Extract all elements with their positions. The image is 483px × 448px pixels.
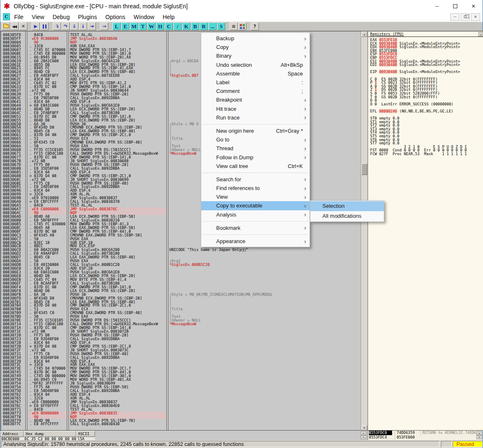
disasm-row[interactable]: 008306FB. 6A 30PUSH 30┌Style = MB_OK|MB_… bbox=[1, 293, 361, 297]
disassembly-scrollbar[interactable]: ▲ ▼ bbox=[361, 32, 367, 431]
log-view-button[interactable]: L bbox=[112, 22, 121, 30]
dump-header-hex[interactable]: Hex dump bbox=[24, 431, 76, 437]
disasm-row[interactable]: 0083070E. FF35 CC5C0105PUSH DWORD PTR DS… bbox=[1, 319, 361, 322]
disasm-row[interactable]: 00830767.vE9 CB000000JMP SiglusEn.008308… bbox=[1, 400, 361, 404]
disasm-row[interactable]: 00830709. 0F4345 C0CMOVNB EAX,DWORD PTR … bbox=[1, 311, 361, 315]
disasm-row[interactable]: 008306D2. E8 A9AAF0FFCALL SiglusEn.0073B… bbox=[1, 252, 361, 256]
submenu-item-all-modifications[interactable]: All modifications bbox=[310, 211, 384, 221]
menu-item-follow-in-dump[interactable]: Follow in Dump› bbox=[201, 153, 310, 161]
breakpoints-view-button[interactable]: B bbox=[191, 22, 199, 30]
cpu-view-button[interactable]: C bbox=[165, 22, 173, 30]
window-tiles-button[interactable] bbox=[238, 22, 246, 30]
disasm-row[interactable]: 0083071A. 837D EC 08CMP DWORD PTR SS:[EB… bbox=[1, 326, 361, 330]
stack-row[interactable]: 0553FDC4053FE000 bbox=[368, 435, 483, 440]
animate-over-button[interactable]: ↓ bbox=[79, 22, 87, 30]
disasm-row[interactable]: 008306F8. 8D4D D8LEA ECX,DWORD PTR SS:[E… bbox=[1, 289, 361, 293]
menu-item-new-origin-here[interactable]: New origin hereCtrl+Gray * bbox=[201, 127, 310, 135]
menu-item-find-references-to[interactable]: Find references to› bbox=[201, 184, 310, 192]
disasm-row[interactable]: 00830754.^0F82 3FFFFFFFJB SiglusEn.00830… bbox=[1, 382, 361, 385]
patches-view-button[interactable]: / bbox=[173, 22, 182, 30]
step-over-button[interactable]: ↷ bbox=[61, 22, 70, 30]
disasm-row[interactable]: 00830779. 8D4D 90LEA ECX,DWORD PTR SS:[E… bbox=[1, 419, 361, 423]
mdi-close-button[interactable]: ✕ bbox=[471, 13, 480, 21]
disasm-row[interactable]: 00830720. FF75 D8PUSH DWORD PTR SS:[EBP-… bbox=[1, 334, 361, 337]
disasm-row[interactable]: 00830701. 8D45 C0LEA EAX,DWORD PTR SS:[E… bbox=[1, 300, 361, 304]
disasm-row[interactable]: 00830714. FF15 C0D4C100CALL DWORD PTR DS… bbox=[1, 322, 361, 326]
dump-header-ascii[interactable]: ASCII bbox=[76, 431, 95, 437]
hex-dump-panel[interactable]: Address Hex dump ASCII 00CBE000 6C 35 C3… bbox=[0, 430, 368, 440]
disasm-row[interactable]: 00830731. FF75 C0PUSH DWORD PTR SS:[EBP-… bbox=[1, 352, 361, 356]
disasm-row[interactable]: 00830745. 837D BC 08CMP DWORD PTR SS:[EB… bbox=[1, 370, 361, 374]
register-line[interactable]: FCW 027F Prec NEAR,53 Mask 1 1 1 1 1 1 bbox=[370, 152, 483, 156]
menu-item-undo-selection[interactable]: Undo selectionAlt+BkSp bbox=[201, 61, 310, 69]
cpu-window-icon[interactable]: C bbox=[3, 13, 10, 20]
registers-scroll-up-icon[interactable]: ▲ bbox=[478, 32, 483, 37]
register-line[interactable]: EIP 0093040B SiglusEn.<ModuleEntryPoint> bbox=[370, 70, 483, 74]
disasm-row[interactable]: 008306D7. 8D45 C0LEA EAX,DWORD PTR SS:[E… bbox=[1, 256, 361, 259]
stack-row[interactable]: 0553FDC074DD6359RETURN to KERNEL32.74DD6 bbox=[368, 431, 483, 435]
dump-scroll-up-icon[interactable]: ▲ bbox=[361, 431, 366, 435]
scroll-up-icon[interactable]: ▲ bbox=[361, 32, 367, 37]
menu-item-search-for[interactable]: Search for› bbox=[201, 175, 310, 184]
run-button[interactable]: ▶ bbox=[32, 22, 40, 30]
open-file-button[interactable] bbox=[2, 22, 10, 30]
dump-scroll-down-icon[interactable]: ▼ bbox=[361, 435, 366, 439]
disasm-row[interactable]: 0083071E.v72 0BJB SHORT SiglusEn.0083072… bbox=[1, 330, 361, 334]
threads-view-button[interactable]: T bbox=[139, 22, 147, 30]
disasm-row[interactable]: 0083075D. E8 58D40F00CALL SiglusEn.0092D… bbox=[1, 389, 361, 393]
disasm-row[interactable]: 0083076C> E8 6FFDFFFFCALL SiglusEn.00830… bbox=[1, 404, 361, 408]
disasm-row[interactable]: 008306E3. 68 E0A1C600PUSH SiglusEn.00C6A… bbox=[1, 270, 361, 274]
menu-item-thread[interactable]: Thread› bbox=[201, 144, 310, 153]
register-line[interactable]: O 0 LastErr ERROR_SUCCESS (00000000) bbox=[370, 102, 483, 106]
disasm-row[interactable]: 00830765. 32C0XOR AL,AL bbox=[1, 397, 361, 400]
register-line[interactable]: EFL 00000246 (NO,NB,E,BE,NS,PE,GE,LE) bbox=[370, 110, 483, 113]
disasm-row[interactable]: 00830704. 837D D4 08CMP DWORD PTR SS:[EB… bbox=[1, 304, 361, 307]
disasm-row[interactable]: 00830750. 66:8945 C0MOV WORD PTR SS:[EBP… bbox=[1, 378, 361, 382]
menu-view[interactable]: View bbox=[28, 13, 49, 21]
menu-item-copy[interactable]: Copy› bbox=[201, 43, 310, 51]
memory-map-view-button[interactable]: M bbox=[130, 22, 138, 30]
go-to-address-button[interactable]: → bbox=[100, 22, 108, 30]
register-line[interactable]: T 0 GS 002B 32bit 0(FFFFFFFF) bbox=[370, 95, 483, 99]
disasm-row[interactable]: 008306CD. 68 00A2C600PUSH SiglusEn.00C6A… bbox=[1, 248, 361, 252]
disasm-row[interactable]: 00830728. 83C4 04ADD ESP,4 bbox=[1, 341, 361, 345]
disasm-row[interactable]: 00830734. E8 81D40F00CALL SiglusEn.0092D… bbox=[1, 356, 361, 360]
help-button[interactable]: ? bbox=[251, 22, 259, 30]
maximize-button[interactable] bbox=[446, 0, 464, 12]
close-button[interactable]: ✕ bbox=[464, 0, 483, 12]
minimize-button[interactable]: ─ bbox=[428, 0, 446, 12]
executable-modules-view-button[interactable]: E bbox=[121, 22, 129, 30]
menu-item-assemble[interactable]: AssembleSpace bbox=[201, 69, 310, 78]
source-view-button[interactable]: S bbox=[217, 22, 225, 30]
disasm-row[interactable]: 0083072F.v72 0BJB SHORT SiglusEn.0083073… bbox=[1, 348, 361, 352]
run-trace-view-button[interactable]: ... bbox=[208, 22, 217, 30]
disasm-row[interactable]: 008306E8. 8D4D D8LEA ECX,DWORD PTR SS:[E… bbox=[1, 274, 361, 278]
disasm-row[interactable]: 00830749. C745 D0 000000MOV DWORD PTR SS… bbox=[1, 374, 361, 378]
disasm-row[interactable]: 00830708. 51PUSH ECX│Title bbox=[1, 307, 361, 311]
animate-into-button[interactable]: ⇓ bbox=[70, 22, 78, 30]
register-line[interactable]: EDI 0093040B SiglusEn.<ModuleEntryPoint> bbox=[370, 63, 483, 67]
disasm-row[interactable]: 008306DA. 50PUSH EAX┌Arg1 bbox=[1, 259, 361, 263]
references-view-button[interactable]: R bbox=[200, 22, 208, 30]
dump-row[interactable]: 00CBE000 6C 35 C3 00 00 00 00 00 l5Ã bbox=[0, 437, 95, 440]
execute-till-return-button[interactable]: ⇥ bbox=[88, 22, 96, 30]
disasm-row[interactable]: 008306F4. 837D EC 08CMP DWORD PTR SS:[EB… bbox=[1, 285, 361, 289]
dump-header-address[interactable]: Address bbox=[0, 431, 24, 437]
pause-button[interactable] bbox=[40, 22, 49, 30]
menu-item-comment[interactable]: Comment; bbox=[201, 87, 310, 95]
rewind-button[interactable]: ◀◀ bbox=[10, 22, 19, 30]
menu-item-copy-to-executable[interactable]: Copy to executable› bbox=[201, 201, 310, 210]
mdi-restore-button[interactable] bbox=[461, 13, 470, 21]
call-stack-view-button[interactable]: K bbox=[182, 22, 190, 30]
disasm-row[interactable]: 00830771. 84C0TEST AL,AL bbox=[1, 408, 361, 411]
menu-window[interactable]: Window bbox=[129, 13, 159, 21]
disasm-row[interactable]: 0083075A. FF75 A8PUSH DWORD PTR SS:[EBP-… bbox=[1, 385, 361, 389]
disasm-row[interactable]: 008306E0. 83C4 20ADD ESP,20 bbox=[1, 267, 361, 270]
menu-item-run-trace[interactable]: Run trace› bbox=[201, 113, 310, 122]
menu-debug[interactable]: Debug bbox=[49, 13, 74, 21]
disasm-row[interactable]: 0083073C> 33C0XOR EAX,EAX bbox=[1, 363, 361, 367]
menu-item-analysis[interactable]: Analysis› bbox=[201, 210, 310, 219]
windows-list-button[interactable]: ≡ bbox=[229, 22, 238, 30]
menu-plugins[interactable]: Plugins bbox=[74, 13, 101, 21]
disasm-row[interactable]: 00830778 90NOP bbox=[1, 415, 361, 419]
